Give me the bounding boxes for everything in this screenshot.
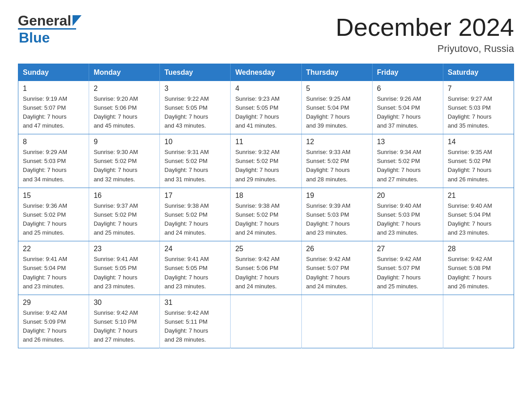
day-number: 29 <box>23 299 84 307</box>
day-number: 7 <box>448 85 509 93</box>
day-info: Sunrise: 9:41 AM Sunset: 5:04 PM Dayligh… <box>23 255 84 291</box>
calendar-header-row: SundayMondayTuesdayWednesdayThursdayFrid… <box>18 64 514 81</box>
day-info: Sunrise: 9:19 AM Sunset: 5:07 PM Dayligh… <box>23 94 84 131</box>
calendar-cell-w2-d6: 13Sunrise: 9:34 AM Sunset: 5:02 PM Dayli… <box>372 134 443 188</box>
day-info: Sunrise: 9:31 AM Sunset: 5:02 PM Dayligh… <box>164 148 226 184</box>
calendar-cell-w2-d1: 8Sunrise: 9:29 AM Sunset: 5:03 PM Daylig… <box>18 134 89 188</box>
calendar-cell-w4-d6: 27Sunrise: 9:42 AM Sunset: 5:07 PM Dayli… <box>372 241 443 295</box>
day-info: Sunrise: 9:27 AM Sunset: 5:03 PM Dayligh… <box>448 94 509 131</box>
day-info: Sunrise: 9:33 AM Sunset: 5:02 PM Dayligh… <box>306 148 368 184</box>
calendar-cell-w4-d5: 26Sunrise: 9:42 AM Sunset: 5:07 PM Dayli… <box>301 241 372 295</box>
day-number: 23 <box>94 245 155 253</box>
calendar-cell-w5-d3: 31Sunrise: 9:42 AM Sunset: 5:11 PM Dayli… <box>160 295 231 348</box>
calendar-cell-w5-d5 <box>301 295 372 348</box>
day-number: 3 <box>164 85 226 93</box>
calendar-cell-w4-d2: 23Sunrise: 9:41 AM Sunset: 5:05 PM Dayli… <box>89 241 160 295</box>
calendar-cell-w1-d3: 3Sunrise: 9:22 AM Sunset: 5:05 PM Daylig… <box>160 81 231 134</box>
day-number: 5 <box>306 85 368 93</box>
calendar-cell-w3-d1: 15Sunrise: 9:36 AM Sunset: 5:02 PM Dayli… <box>18 188 89 241</box>
calendar-cell-w3-d3: 17Sunrise: 9:38 AM Sunset: 5:02 PM Dayli… <box>160 188 231 241</box>
day-number: 12 <box>306 138 368 146</box>
header-saturday: Saturday <box>443 64 514 81</box>
header-friday: Friday <box>372 64 443 81</box>
calendar-cell-w3-d4: 18Sunrise: 9:38 AM Sunset: 5:02 PM Dayli… <box>231 188 301 241</box>
day-number: 8 <box>23 138 84 146</box>
header-monday: Monday <box>89 64 160 81</box>
day-info: Sunrise: 9:41 AM Sunset: 5:05 PM Dayligh… <box>164 255 226 291</box>
day-number: 22 <box>23 245 84 253</box>
header-thursday: Thursday <box>301 64 372 81</box>
calendar-cell-w1-d5: 5Sunrise: 9:25 AM Sunset: 5:04 PM Daylig… <box>301 81 372 134</box>
calendar-cell-w5-d1: 29Sunrise: 9:42 AM Sunset: 5:09 PM Dayli… <box>18 295 89 348</box>
calendar-cell-w3-d6: 20Sunrise: 9:40 AM Sunset: 5:03 PM Dayli… <box>372 188 443 241</box>
day-number: 6 <box>377 85 438 93</box>
day-number: 15 <box>23 192 84 200</box>
day-info: Sunrise: 9:25 AM Sunset: 5:04 PM Dayligh… <box>306 94 368 131</box>
day-info: Sunrise: 9:42 AM Sunset: 5:07 PM Dayligh… <box>377 255 438 291</box>
calendar-cell-w1-d2: 2Sunrise: 9:20 AM Sunset: 5:06 PM Daylig… <box>89 81 160 134</box>
calendar-cell-w3-d2: 16Sunrise: 9:37 AM Sunset: 5:02 PM Dayli… <box>89 188 160 241</box>
day-info: Sunrise: 9:42 AM Sunset: 5:11 PM Dayligh… <box>164 308 226 345</box>
day-number: 28 <box>448 245 509 253</box>
day-number: 21 <box>448 192 509 200</box>
day-number: 17 <box>164 192 226 200</box>
day-info: Sunrise: 9:42 AM Sunset: 5:10 PM Dayligh… <box>94 308 155 345</box>
calendar-cell-w1-d4: 4Sunrise: 9:23 AM Sunset: 5:05 PM Daylig… <box>231 81 301 134</box>
day-info: Sunrise: 9:40 AM Sunset: 5:03 PM Dayligh… <box>377 201 438 238</box>
calendar-cell-w5-d7 <box>443 295 514 348</box>
calendar-cell-w1-d1: 1Sunrise: 9:19 AM Sunset: 5:07 PM Daylig… <box>18 81 89 134</box>
day-number: 1 <box>23 85 84 93</box>
day-info: Sunrise: 9:34 AM Sunset: 5:02 PM Dayligh… <box>377 148 438 184</box>
logo-blue-text: Blue <box>18 30 50 46</box>
day-number: 18 <box>235 192 296 200</box>
day-info: Sunrise: 9:32 AM Sunset: 5:02 PM Dayligh… <box>235 148 296 184</box>
calendar-cell-w4-d1: 22Sunrise: 9:41 AM Sunset: 5:04 PM Dayli… <box>18 241 89 295</box>
day-number: 2 <box>94 85 155 93</box>
calendar-cell-w4-d4: 25Sunrise: 9:42 AM Sunset: 5:06 PM Dayli… <box>231 241 301 295</box>
day-number: 25 <box>235 245 296 253</box>
day-number: 9 <box>94 138 155 146</box>
day-number: 13 <box>377 138 438 146</box>
calendar-cell-w2-d7: 14Sunrise: 9:35 AM Sunset: 5:02 PM Dayli… <box>443 134 514 188</box>
day-info: Sunrise: 9:38 AM Sunset: 5:02 PM Dayligh… <box>164 201 226 238</box>
svg-marker-0 <box>73 15 82 26</box>
calendar-cell-w2-d3: 10Sunrise: 9:31 AM Sunset: 5:02 PM Dayli… <box>160 134 231 188</box>
day-info: Sunrise: 9:36 AM Sunset: 5:02 PM Dayligh… <box>23 201 84 238</box>
day-info: Sunrise: 9:35 AM Sunset: 5:02 PM Dayligh… <box>448 148 509 184</box>
calendar-cell-w5-d2: 30Sunrise: 9:42 AM Sunset: 5:10 PM Dayli… <box>89 295 160 348</box>
day-info: Sunrise: 9:29 AM Sunset: 5:03 PM Dayligh… <box>23 148 84 184</box>
calendar-cell-w4-d7: 28Sunrise: 9:42 AM Sunset: 5:08 PM Dayli… <box>443 241 514 295</box>
day-number: 10 <box>164 138 226 146</box>
calendar-cell-w2-d4: 11Sunrise: 9:32 AM Sunset: 5:02 PM Dayli… <box>231 134 301 188</box>
day-number: 24 <box>164 245 226 253</box>
day-info: Sunrise: 9:26 AM Sunset: 5:04 PM Dayligh… <box>377 94 438 131</box>
day-info: Sunrise: 9:42 AM Sunset: 5:07 PM Dayligh… <box>306 255 368 291</box>
calendar-cell-w3-d7: 21Sunrise: 9:40 AM Sunset: 5:04 PM Dayli… <box>443 188 514 241</box>
day-number: 27 <box>377 245 438 253</box>
calendar-week-5: 29Sunrise: 9:42 AM Sunset: 5:09 PM Dayli… <box>18 295 514 348</box>
logo-general-text: General <box>18 13 71 28</box>
calendar-cell-w1-d7: 7Sunrise: 9:27 AM Sunset: 5:03 PM Daylig… <box>443 81 514 134</box>
calendar-table: SundayMondayTuesdayWednesdayThursdayFrid… <box>18 64 514 349</box>
logo: General Blue <box>18 13 82 46</box>
calendar-week-4: 22Sunrise: 9:41 AM Sunset: 5:04 PM Dayli… <box>18 241 514 295</box>
day-number: 16 <box>94 192 155 200</box>
day-info: Sunrise: 9:38 AM Sunset: 5:02 PM Dayligh… <box>235 201 296 238</box>
day-info: Sunrise: 9:23 AM Sunset: 5:05 PM Dayligh… <box>235 94 296 131</box>
day-number: 4 <box>235 85 296 93</box>
day-info: Sunrise: 9:42 AM Sunset: 5:06 PM Dayligh… <box>235 255 296 291</box>
location-text: Priyutovo, Russia <box>336 43 514 55</box>
day-number: 19 <box>306 192 368 200</box>
header-sunday: Sunday <box>18 64 89 81</box>
day-info: Sunrise: 9:42 AM Sunset: 5:09 PM Dayligh… <box>23 308 84 345</box>
day-number: 26 <box>306 245 368 253</box>
day-info: Sunrise: 9:41 AM Sunset: 5:05 PM Dayligh… <box>94 255 155 291</box>
header-wednesday: Wednesday <box>231 64 301 81</box>
calendar-cell-w5-d4 <box>231 295 301 348</box>
day-number: 20 <box>377 192 438 200</box>
day-info: Sunrise: 9:42 AM Sunset: 5:08 PM Dayligh… <box>448 255 509 291</box>
day-number: 11 <box>235 138 296 146</box>
title-section: December 2024 Priyutovo, Russia <box>336 13 514 55</box>
day-info: Sunrise: 9:40 AM Sunset: 5:04 PM Dayligh… <box>448 201 509 238</box>
calendar-cell-w1-d6: 6Sunrise: 9:26 AM Sunset: 5:04 PM Daylig… <box>372 81 443 134</box>
